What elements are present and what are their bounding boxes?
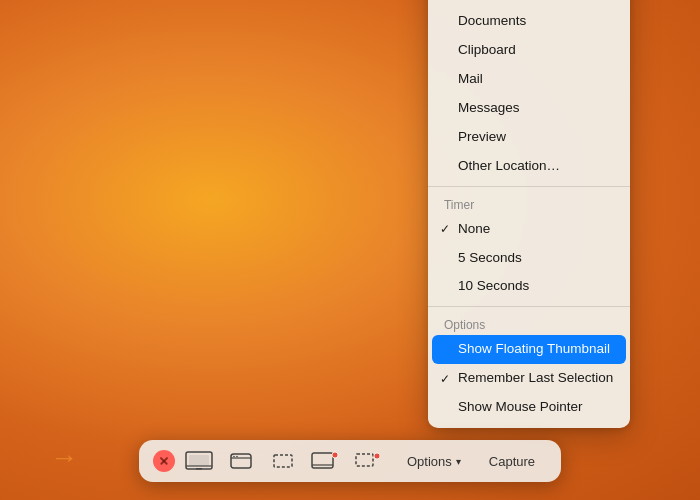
screenshot-toolbar: Options ▾ Capture (139, 440, 561, 482)
menu-item-documents[interactable]: Documents (428, 7, 630, 36)
arrow-indicator: → (50, 442, 78, 474)
menu-item-messages[interactable]: Messages (428, 94, 630, 123)
menu-item-timer-5[interactable]: 5 Seconds (428, 244, 630, 273)
capture-button[interactable]: Capture (477, 449, 547, 474)
svg-rect-9 (312, 453, 333, 468)
divider-2 (428, 306, 630, 307)
check-none: ✓ (440, 221, 450, 238)
svg-rect-3 (196, 468, 202, 470)
area-record-button[interactable] (349, 448, 385, 474)
svg-point-11 (332, 452, 338, 458)
menu-item-preview[interactable]: Preview (428, 123, 630, 152)
close-button[interactable] (153, 450, 175, 472)
menu-item-timer-none[interactable]: ✓ None (428, 215, 630, 244)
svg-rect-12 (356, 454, 373, 466)
svg-rect-1 (189, 455, 209, 466)
selection-capture-button[interactable] (265, 448, 301, 474)
menu-item-remember-selection[interactable]: ✓ Remember Last Selection (428, 364, 630, 393)
options-section-label: Options (428, 312, 630, 335)
svg-point-13 (374, 453, 380, 459)
options-dropdown: Save to ✓ Desktop Documents Clipboard Ma… (428, 0, 630, 428)
options-button[interactable]: Options ▾ (397, 449, 471, 474)
window-capture-button[interactable] (223, 448, 259, 474)
fullscreen-icon (185, 451, 213, 471)
menu-item-desktop[interactable]: ✓ Desktop (428, 0, 630, 7)
check-remember: ✓ (440, 370, 450, 387)
menu-item-show-mouse[interactable]: Show Mouse Pointer (428, 393, 630, 422)
fullscreen-capture-button[interactable] (181, 448, 217, 474)
menu-item-clipboard[interactable]: Clipboard (428, 36, 630, 65)
check-desktop: ✓ (440, 0, 450, 1)
window-icon (227, 451, 255, 471)
area-record-icon (353, 451, 381, 471)
svg-point-6 (233, 456, 235, 458)
svg-rect-8 (274, 455, 292, 467)
selection-icon (269, 451, 297, 471)
menu-item-other-location[interactable]: Other Location… (428, 152, 630, 181)
svg-point-7 (236, 456, 238, 458)
screen-record-button[interactable] (307, 448, 343, 474)
menu-item-floating-thumbnail[interactable]: Show Floating Thumbnail (432, 335, 626, 364)
divider-1 (428, 186, 630, 187)
timer-label: Timer (428, 192, 630, 215)
menu-item-timer-10[interactable]: 10 Seconds (428, 272, 630, 301)
screen-record-icon (311, 451, 339, 471)
menu-item-mail[interactable]: Mail (428, 65, 630, 94)
